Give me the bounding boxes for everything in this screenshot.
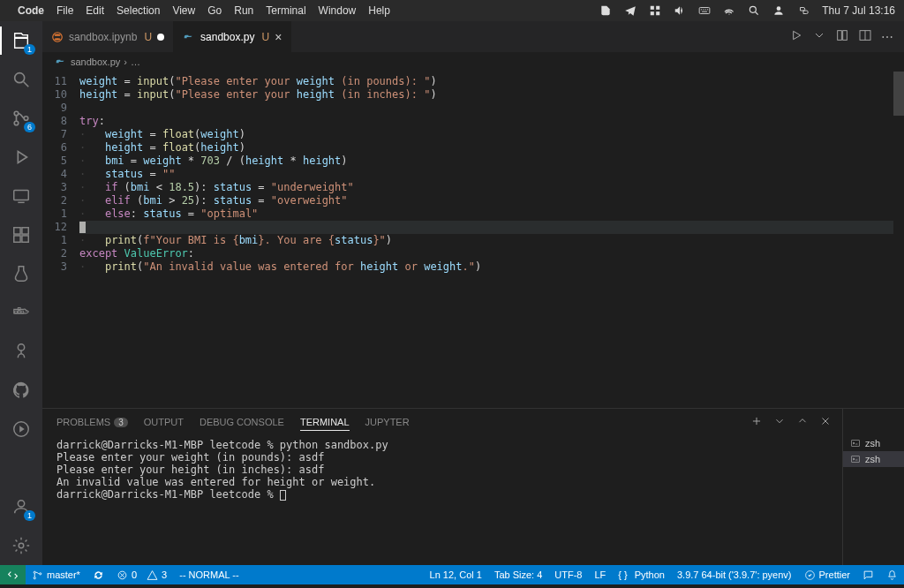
svg-rect-0 — [651, 6, 654, 10]
diff-icon[interactable] — [835, 28, 849, 46]
menubar-item-edit[interactable]: Edit — [86, 4, 104, 17]
activity-settings-icon[interactable] — [9, 533, 34, 558]
menubar-item-run[interactable]: Run — [234, 4, 253, 17]
tray-keyboard-icon[interactable] — [698, 4, 711, 17]
code-line[interactable]: · bmi = weight * 703 / (height * height) — [79, 155, 893, 168]
code-line[interactable] — [79, 221, 893, 234]
status-branch[interactable]: master* — [26, 565, 87, 584]
code-line[interactable]: · print("An invalid value was entered fo… — [79, 260, 893, 274]
problems-badge: 3 — [114, 418, 128, 427]
activity-remote-icon[interactable] — [9, 184, 34, 208]
code-editor[interactable]: 111098765432112123 weight = input("Pleas… — [42, 72, 904, 408]
panel-tabs: PROBLEMS3 OUTPUT DEBUG CONSOLE TERMINAL … — [42, 409, 842, 435]
jupyter-icon — [51, 31, 64, 43]
activity-search-icon[interactable] — [9, 67, 34, 92]
svg-point-7 — [15, 73, 25, 83]
run-file-icon[interactable] — [789, 28, 803, 46]
status-language[interactable]: { }Python — [612, 565, 671, 584]
svg-rect-28 — [838, 30, 842, 40]
activity-gitlens-icon[interactable] — [9, 339, 34, 364]
tray-search-icon[interactable] — [748, 4, 760, 17]
activity-extensions-icon[interactable] — [9, 222, 34, 247]
code-line[interactable]: · height = float(height) — [79, 141, 893, 155]
status-lncol[interactable]: Ln 12, Col 1 — [424, 565, 488, 584]
code-line[interactable]: · if (bmi < 18.5): status = "underweight… — [79, 181, 893, 194]
code-line[interactable]: except ValueError: — [79, 247, 893, 260]
editor-tab-sandbox-py[interactable]: sandbox.py U × — [174, 21, 291, 52]
status-tabsize[interactable]: Tab Size: 4 — [488, 565, 548, 584]
editor-scrollbar[interactable] — [893, 72, 904, 408]
tray-wifi-icon[interactable] — [723, 4, 735, 17]
activity-accounts-icon[interactable]: 1 — [9, 494, 34, 519]
code-line[interactable]: try: — [79, 115, 893, 128]
status-bell-icon[interactable] — [880, 565, 904, 584]
status-encoding[interactable]: UTF-8 — [548, 565, 588, 584]
code-line[interactable]: · elif (bmi > 25): status = "overweight" — [79, 194, 893, 207]
status-interpreter[interactable]: 3.9.7 64-bit ('3.9.7': pyenv) — [671, 565, 798, 584]
tray-grid-icon[interactable] — [649, 4, 661, 17]
status-problems[interactable]: 0 3 — [110, 565, 173, 584]
activity-debug-icon[interactable] — [9, 145, 34, 170]
more-icon[interactable]: ⋯ — [881, 30, 893, 44]
terminal[interactable]: darrick@Darricks-M1-MBP leetcode % pytho… — [42, 435, 842, 565]
menubar-item-file[interactable]: File — [56, 4, 73, 17]
menubar-item-go[interactable]: Go — [207, 4, 222, 17]
panel-tab-problems[interactable]: PROBLEMS3 — [56, 417, 128, 427]
status-vim-mode: -- NORMAL -- — [173, 565, 245, 584]
svg-point-9 — [14, 121, 19, 125]
code-line[interactable]: · print(f"Your BMI is {bmi}. You are {st… — [79, 234, 893, 247]
editor-tab-sandbox-ipynb[interactable]: sandbox.ipynb U — [42, 21, 174, 52]
explorer-badge: 1 — [24, 44, 35, 55]
activity-scm-icon[interactable]: 6 — [9, 106, 34, 131]
status-sync-icon[interactable] — [87, 565, 110, 584]
code-area[interactable]: weight = input("Please enter your weight… — [79, 72, 893, 408]
code-line[interactable]: weight = input("Please enter your weight… — [79, 75, 893, 88]
status-remote-icon[interactable] — [0, 565, 26, 584]
menubar-item-window[interactable]: Window — [319, 4, 357, 17]
activity-testing-icon[interactable] — [9, 261, 34, 286]
terminal-list-item[interactable]: zsh — [843, 451, 904, 467]
menubar-item-selection[interactable]: Selection — [117, 4, 160, 17]
tab-close-icon[interactable]: × — [275, 30, 282, 44]
maximize-panel-icon[interactable] — [796, 415, 809, 429]
panel-tab-terminal[interactable]: TERMINAL — [300, 417, 350, 431]
svg-rect-1 — [656, 6, 659, 10]
terminal-list-item[interactable]: zsh — [843, 435, 904, 451]
menubar-item-terminal[interactable]: Terminal — [266, 4, 305, 17]
code-line[interactable]: height = input("Please enter your height… — [79, 88, 893, 102]
scrollbar-thumb[interactable] — [893, 72, 904, 116]
tray-volume-icon[interactable] — [674, 4, 686, 17]
status-feedback-icon[interactable] — [856, 565, 880, 584]
activity-github-icon[interactable] — [9, 378, 34, 403]
activity-liveshare-icon[interactable] — [9, 417, 34, 441]
svg-point-24 — [53, 32, 63, 41]
code-line[interactable]: · weight = float(weight) — [79, 128, 893, 141]
tray-user-icon[interactable] — [772, 4, 785, 17]
split-editor-icon[interactable] — [858, 28, 872, 46]
activity-docker-icon[interactable] — [9, 300, 34, 325]
code-line[interactable]: · status = "" — [79, 168, 893, 181]
menubar-clock[interactable]: Thu 7 Jul 13:16 — [822, 4, 895, 17]
menubar-app-name[interactable]: Code — [18, 4, 44, 17]
breadcrumb[interactable]: sandbox.py › … — [42, 52, 904, 72]
close-panel-icon[interactable] — [819, 415, 832, 429]
panel-tab-output[interactable]: OUTPUT — [144, 417, 184, 427]
panel-tab-jupyter[interactable]: JUPYTER — [365, 417, 410, 427]
menubar-item-view[interactable]: View — [172, 4, 195, 17]
tray-telegram-icon[interactable] — [624, 4, 637, 17]
activity-explorer-icon[interactable]: 1 — [9, 28, 34, 53]
panel: PROBLEMS3 OUTPUT DEBUG CONSOLE TERMINAL … — [42, 408, 904, 565]
tray-evernote-icon[interactable] — [599, 4, 612, 17]
code-line[interactable] — [79, 102, 893, 115]
tray-control-center-icon[interactable] — [797, 4, 810, 17]
tab-label: sandbox.ipynb — [69, 31, 137, 43]
terminal-dropdown-icon[interactable] — [773, 415, 786, 429]
status-eol[interactable]: LF — [588, 565, 612, 584]
code-line[interactable]: · else: status = "optimal" — [79, 207, 893, 221]
new-terminal-icon[interactable] — [750, 415, 763, 429]
status-prettier[interactable]: Prettier — [798, 565, 856, 584]
svg-point-6 — [777, 6, 781, 11]
panel-tab-debug[interactable]: DEBUG CONSOLE — [200, 417, 284, 427]
run-dropdown-icon[interactable] — [812, 28, 826, 46]
menubar-item-help[interactable]: Help — [368, 4, 390, 17]
